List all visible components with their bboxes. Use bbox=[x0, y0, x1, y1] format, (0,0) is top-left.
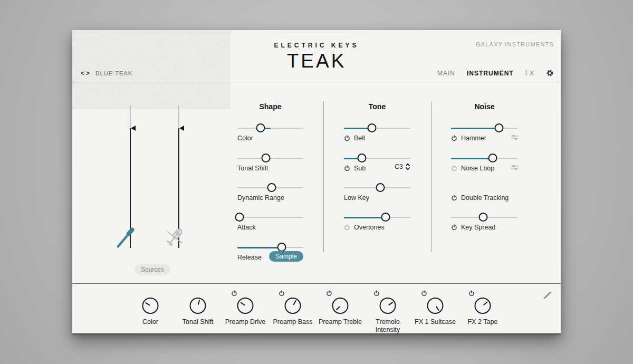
power-icon[interactable] bbox=[451, 224, 457, 231]
slider-fill bbox=[451, 158, 493, 159]
tab-fx[interactable]: FX bbox=[525, 70, 534, 77]
sample-mode-button[interactable]: Sample bbox=[269, 251, 303, 262]
knob-label: FX 2 Tape bbox=[457, 318, 509, 326]
hammer-settings-icon[interactable] bbox=[510, 134, 519, 141]
column-divider bbox=[323, 102, 324, 252]
attack-slider[interactable]: Attack bbox=[237, 213, 303, 237]
slider-label: Release bbox=[237, 254, 262, 261]
fx1-suitcase-knob[interactable] bbox=[427, 298, 444, 314]
knob-label: Preamp Drive bbox=[219, 318, 271, 326]
note-value[interactable]: C3 bbox=[395, 163, 403, 170]
settings-gear-icon[interactable] bbox=[546, 69, 554, 77]
knob-indicator bbox=[335, 306, 340, 310]
slider-thumb[interactable] bbox=[367, 123, 376, 132]
power-icon[interactable] bbox=[344, 224, 350, 231]
double-tracking-toggle[interactable]: Double Tracking bbox=[451, 183, 518, 207]
slider-thumb[interactable] bbox=[495, 123, 504, 132]
knob-indicator bbox=[293, 300, 296, 304]
knob-indicator bbox=[388, 301, 393, 305]
key-spread-slider[interactable]: Key Spread bbox=[451, 213, 518, 237]
slider-thumb[interactable] bbox=[488, 154, 497, 162]
power-icon[interactable] bbox=[344, 135, 350, 141]
slider-thumb[interactable] bbox=[261, 154, 270, 162]
slider-label: Overtones bbox=[354, 224, 385, 231]
preamp-treble-knob[interactable] bbox=[332, 298, 349, 314]
edit-pencil-icon[interactable] bbox=[541, 290, 552, 301]
slider-thumb[interactable] bbox=[358, 154, 367, 162]
power-icon[interactable] bbox=[451, 135, 457, 141]
power-icon[interactable] bbox=[231, 290, 237, 296]
slider-track[interactable] bbox=[237, 217, 303, 218]
macro-knob-bar: Color Tonal Shift Preamp Drive Preamp Ba… bbox=[72, 283, 561, 334]
noise-loop-slider[interactable]: Noise Loop bbox=[451, 154, 518, 178]
power-icon[interactable] bbox=[279, 290, 285, 296]
power-icon[interactable] bbox=[451, 165, 457, 171]
slider-fill bbox=[344, 217, 386, 218]
preset-prev-icon[interactable]: < bbox=[81, 70, 86, 77]
slider-label: Bell bbox=[354, 135, 365, 142]
slider-label: Noise Loop bbox=[461, 165, 494, 172]
slider-track[interactable] bbox=[237, 128, 303, 129]
knob-label: Preamp Bass bbox=[267, 318, 319, 326]
slider-label: Attack bbox=[237, 224, 256, 231]
slider-thumb[interactable] bbox=[235, 213, 244, 222]
preamp-bass-knob[interactable] bbox=[285, 298, 301, 314]
knob-indicator bbox=[483, 301, 488, 305]
fx2-tape-knob[interactable] bbox=[475, 298, 491, 314]
knob-indicator bbox=[145, 302, 150, 305]
slider-thumb[interactable] bbox=[376, 183, 385, 192]
slider-thumb[interactable] bbox=[256, 123, 265, 132]
dynamic-range-slider[interactable]: Dynamic Range bbox=[237, 183, 303, 207]
knob-label: Tonal Shift bbox=[172, 318, 224, 326]
tonal-shift-knob[interactable] bbox=[190, 298, 206, 314]
tonal-shift-slider[interactable]: Tonal Shift bbox=[237, 154, 303, 178]
noise-loop-settings-icon[interactable] bbox=[510, 164, 519, 171]
slider-label: Tonal Shift bbox=[237, 165, 268, 172]
slider-thumb[interactable] bbox=[478, 213, 487, 222]
slider-fill bbox=[237, 247, 282, 248]
power-icon[interactable] bbox=[451, 195, 457, 201]
knob-label: Tremolo Intensity bbox=[365, 318, 411, 334]
preset-selector[interactable]: <> BLUE TEAK bbox=[81, 70, 132, 77]
power-icon[interactable] bbox=[344, 165, 350, 171]
tremolo-intensity-knob[interactable] bbox=[380, 298, 396, 314]
color-slider[interactable]: Color bbox=[237, 123, 303, 148]
power-icon[interactable] bbox=[326, 290, 332, 296]
muted-mic-icon[interactable] bbox=[162, 225, 187, 250]
slider-track[interactable] bbox=[237, 158, 303, 159]
knob-label: Color bbox=[124, 318, 176, 326]
fader-handle[interactable] bbox=[179, 126, 184, 131]
fader-handle[interactable] bbox=[131, 126, 136, 131]
power-icon[interactable] bbox=[468, 290, 475, 296]
slider-thumb[interactable] bbox=[277, 243, 286, 252]
noise-column: Noise Hammer Noise Loop Double Tracking bbox=[451, 30, 518, 283]
slider-thumb[interactable] bbox=[381, 213, 390, 222]
slider-label: Hammer bbox=[461, 135, 486, 142]
preset-prev-next-arrows[interactable]: <> bbox=[81, 70, 91, 77]
preset-name[interactable]: BLUE TEAK bbox=[95, 70, 132, 76]
preset-next-icon[interactable]: > bbox=[86, 70, 91, 77]
preamp-drive-knob[interactable] bbox=[237, 298, 254, 314]
tone-column-title: Tone bbox=[344, 102, 410, 111]
slider-label: Dynamic Range bbox=[237, 194, 284, 202]
hammer-slider[interactable]: Hammer bbox=[451, 123, 518, 148]
release-slider[interactable]: Release Sample bbox=[237, 243, 303, 267]
knob-indicator bbox=[197, 300, 200, 305]
knob-label: FX 1 Suitcase bbox=[409, 318, 461, 326]
low-key-slider[interactable]: Low Key bbox=[344, 183, 410, 207]
shape-column-title: Shape bbox=[237, 102, 303, 111]
sources-button[interactable]: Sources bbox=[135, 264, 170, 275]
bell-slider[interactable]: Bell bbox=[344, 123, 410, 148]
power-icon[interactable] bbox=[421, 290, 427, 296]
sub-note-stepper[interactable]: C3 bbox=[395, 162, 410, 171]
chevron-up-down-icon[interactable] bbox=[405, 162, 410, 171]
slider-label: Color bbox=[237, 135, 253, 142]
mallet-icon[interactable] bbox=[113, 226, 138, 250]
overtones-slider[interactable]: Overtones bbox=[344, 213, 410, 237]
sub-slider[interactable]: Sub C3 bbox=[344, 154, 410, 178]
color-knob[interactable] bbox=[142, 298, 159, 314]
noise-column-title: Noise bbox=[451, 102, 518, 111]
slider-label: Key Spread bbox=[461, 224, 495, 231]
power-icon[interactable] bbox=[373, 290, 380, 296]
slider-thumb[interactable] bbox=[267, 183, 276, 192]
